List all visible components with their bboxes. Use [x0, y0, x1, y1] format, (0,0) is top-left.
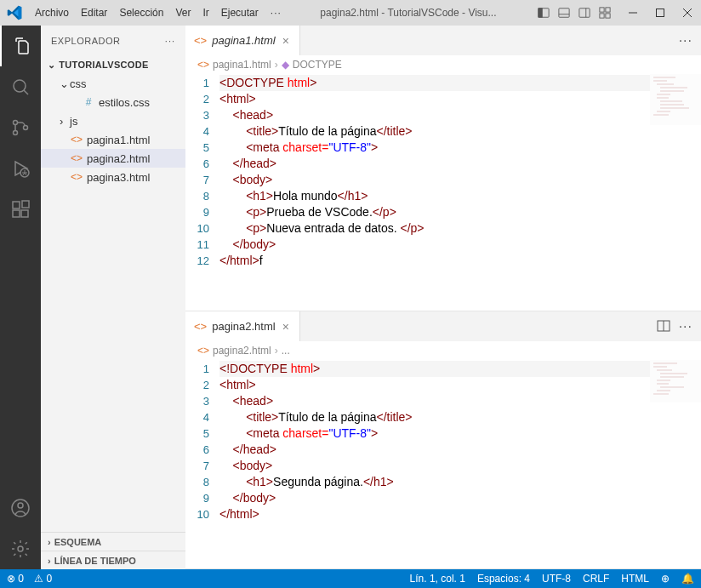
close-tab-icon[interactable]: ×: [281, 34, 291, 48]
html-file-icon: <>: [194, 320, 207, 333]
accounts-icon[interactable]: [0, 488, 41, 528]
minimap[interactable]: [650, 74, 701, 125]
code-content[interactable]: <!DOCTYPE html><html> <head> <title>Títu…: [219, 360, 701, 568]
menu-item[interactable]: Editar: [75, 7, 113, 19]
tree-item[interactable]: <>pagina1.html: [41, 130, 185, 149]
tree-item-label: pagina1.html: [87, 134, 150, 146]
indentation[interactable]: Espacios: 4: [477, 573, 530, 585]
code-line[interactable]: <html>: [219, 377, 701, 393]
search-icon[interactable]: [0, 66, 41, 107]
svg-rect-24: [22, 201, 29, 208]
svg-rect-1: [539, 9, 542, 18]
minimap[interactable]: [650, 360, 701, 411]
code-content[interactable]: <DOCTYPE html><html> <head> <title>Títul…: [219, 74, 701, 311]
tab-label: pagina2.html: [212, 320, 275, 333]
code-line[interactable]: <DOCTYPE html>: [219, 75, 650, 91]
sidebar-section[interactable]: ›LÍNEA DE TIEMPO: [41, 551, 185, 569]
code-editor-2[interactable]: 12345678910 <!DOCTYPE html><html> <head>…: [185, 360, 701, 568]
code-line[interactable]: <html>: [219, 91, 701, 107]
svg-rect-7: [606, 8, 610, 12]
menu-item[interactable]: Ir: [197, 7, 214, 19]
code-line[interactable]: <meta charset="UTF-8">: [219, 425, 701, 442]
close-tab-icon[interactable]: ×: [281, 320, 291, 334]
tab-pagina1[interactable]: <> pagina1.html ×: [185, 26, 300, 55]
menu-item[interactable]: Ver: [169, 7, 197, 19]
editor-more-actions-icon[interactable]: ···: [679, 319, 692, 334]
eol[interactable]: CRLF: [583, 573, 609, 585]
run-debug-icon[interactable]: [0, 148, 41, 189]
svg-rect-11: [657, 9, 664, 17]
window-controls: [619, 0, 701, 26]
svg-point-18: [24, 126, 28, 130]
code-editor-1[interactable]: 123456789101112 <DOCTYPE html><html> <he…: [185, 74, 701, 311]
code-line[interactable]: </body>: [219, 237, 701, 253]
menu-item[interactable]: Selección: [113, 7, 169, 19]
breadcrumb-1[interactable]: <> pagina1.html › ◆ DOCTYPE: [185, 55, 701, 74]
tree-item[interactable]: ›js: [41, 111, 185, 130]
explorer-icon[interactable]: [0, 26, 41, 66]
code-line[interactable]: <!DOCTYPE html>: [219, 361, 650, 377]
svg-point-27: [18, 546, 23, 551]
tabs-1: <> pagina1.html × ···: [185, 26, 701, 55]
split-editor-icon[interactable]: [657, 319, 670, 334]
line-gutter: 12345678910: [185, 360, 219, 568]
sidebar-title: EXPLORADOR: [51, 36, 120, 46]
settings-gear-icon[interactable]: [0, 528, 41, 569]
code-line[interactable]: <h1>Hola mundo</h1>: [219, 188, 701, 204]
breadcrumb-2[interactable]: <> pagina2.html › ...: [185, 341, 701, 360]
tree-item-label: pagina2.html: [87, 152, 150, 165]
language-mode[interactable]: HTML: [621, 573, 649, 585]
code-line[interactable]: <p>Nueva entrada de datos. </p>: [219, 220, 701, 237]
feedback-icon[interactable]: ⊕: [661, 573, 670, 585]
toggle-panel-left-icon[interactable]: [534, 3, 553, 22]
code-line[interactable]: </html>: [219, 506, 701, 522]
code-line[interactable]: </head>: [219, 156, 701, 172]
source-control-icon[interactable]: [0, 107, 41, 148]
sidebar: EXPLORADOR ··· ⌄TUTORIALVSCODE ⌄css#esti…: [41, 26, 185, 569]
code-line[interactable]: <h1>Segunda página.</h1>: [219, 474, 701, 490]
tree-item[interactable]: <>pagina3.html: [41, 168, 185, 186]
encoding[interactable]: UTF-8: [542, 573, 571, 585]
errors-count[interactable]: ⊗ 0: [7, 573, 24, 585]
minimize-button[interactable]: [619, 0, 647, 26]
tab-pagina2[interactable]: <> pagina2.html ×: [185, 311, 300, 341]
code-line[interactable]: <title>Título de la página</title>: [219, 409, 701, 425]
menu-item[interactable]: ···: [265, 7, 288, 19]
extensions-icon[interactable]: [0, 189, 41, 230]
warnings-count[interactable]: ⚠ 0: [34, 573, 52, 585]
tree-item[interactable]: <>pagina2.html: [41, 149, 185, 168]
code-line[interactable]: <p>Prueba de VSCode.</p>: [219, 204, 701, 220]
customize-layout-icon[interactable]: [596, 3, 614, 22]
tab-label: pagina1.html: [212, 34, 275, 47]
layout-controls: [529, 3, 619, 22]
toggle-panel-right-icon[interactable]: [575, 3, 594, 22]
sidebar-header: EXPLORADOR ···: [41, 26, 185, 55]
code-line[interactable]: <body>: [219, 172, 701, 188]
code-line[interactable]: </head>: [219, 442, 701, 458]
code-line[interactable]: <head>: [219, 107, 701, 123]
editor-group-1: <> pagina1.html × ··· <> pagina1.html › …: [185, 26, 701, 311]
more-actions-icon[interactable]: ···: [165, 36, 175, 46]
svg-rect-8: [600, 14, 604, 18]
svg-rect-4: [579, 9, 590, 18]
maximize-button[interactable]: [647, 0, 674, 26]
project-root[interactable]: ⌄TUTORIALVSCODE: [41, 55, 185, 74]
code-line[interactable]: <body>: [219, 458, 701, 474]
code-line[interactable]: </body>: [219, 490, 701, 506]
close-button[interactable]: [674, 0, 701, 26]
code-line[interactable]: </html>f: [219, 253, 701, 269]
menu-item[interactable]: Ejecutar: [215, 7, 265, 19]
code-line[interactable]: <head>: [219, 393, 701, 409]
code-line[interactable]: <title>Título de la página</title>: [219, 123, 701, 140]
tree-item[interactable]: ⌄css: [41, 74, 185, 93]
notifications-icon[interactable]: 🔔: [681, 573, 694, 585]
toggle-panel-bottom-icon[interactable]: [555, 3, 573, 22]
editor-more-actions-icon[interactable]: ···: [679, 33, 692, 49]
breadcrumb-item: DOCTYPE: [293, 59, 342, 71]
tree-item[interactable]: #estilos.css: [41, 93, 185, 111]
cursor-position[interactable]: Lín. 1, col. 1: [410, 573, 465, 585]
menu-item[interactable]: Archivo: [29, 7, 75, 19]
sidebar-section[interactable]: ›ESQUEMA: [41, 532, 185, 551]
file-tree: ⌄TUTORIALVSCODE ⌄css#estilos.css›js<>pag…: [41, 55, 185, 532]
code-line[interactable]: <meta charset="UTF-8">: [219, 140, 701, 156]
